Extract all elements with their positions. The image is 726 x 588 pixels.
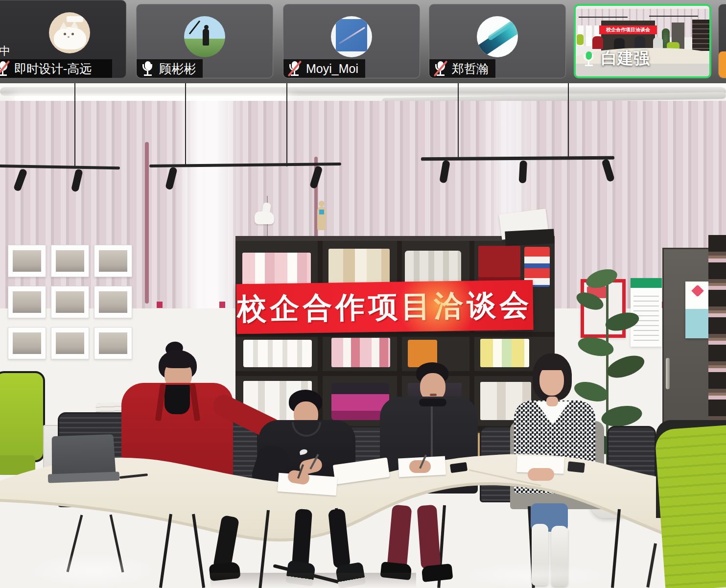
laptop-screen (52, 434, 116, 477)
participant-filmstrip: 刘中 即时设计-高远 顾彬彬 (0, 0, 726, 83)
participant-name-bar: 郑哲瀚 (429, 59, 495, 78)
cat-eye (64, 33, 66, 35)
avatar-blue-square (331, 16, 372, 57)
cat-nose (68, 36, 70, 38)
cat-ear (70, 21, 78, 28)
participant-tile-3[interactable]: Moyi_Moi (283, 4, 420, 78)
main-video-feed[interactable]: 校企合作项目洽谈会 (0, 83, 726, 588)
participant-name-bar: 即时设计-高远 (0, 59, 112, 78)
mini-green-chair (577, 34, 584, 45)
participant-name-bar: 顾彬彬 (137, 59, 203, 78)
green-chair-right-mesh (655, 424, 726, 588)
participant-tile-active[interactable]: 校企合作项目洽谈会 白建强 (574, 4, 711, 78)
mic-muted-icon (0, 60, 10, 77)
participant-name: 郑哲瀚 (452, 61, 489, 77)
cat-eye (71, 33, 74, 35)
mic-muted-icon (433, 60, 448, 77)
meeting-window: 刘中 即时设计-高远 顾彬彬 (0, 0, 726, 588)
mic-on-icon (141, 60, 155, 77)
participant-tile-6-partial[interactable] (718, 4, 726, 78)
mic-muted-icon (287, 60, 302, 77)
avatar-brushstroke (477, 16, 518, 57)
mini-banner-text: 校企合作项目洽谈会 (606, 26, 650, 33)
floor-reflection (460, 563, 607, 588)
avatar-golfer (184, 16, 225, 57)
participant-name: 即时设计-高远 (14, 61, 92, 77)
participant-tile-2[interactable]: 顾彬彬 (136, 4, 273, 78)
mini-bookshelf (692, 20, 709, 51)
avatar-cat (49, 12, 90, 53)
cat-body (54, 27, 86, 49)
active-speaker-name: 白建强 (582, 47, 650, 70)
golfer-silhouette (203, 29, 209, 46)
participant-name: Moyi_Moi (306, 62, 358, 76)
participant-tile-1[interactable]: 刘中 即时设计-高远 (0, 0, 126, 78)
person-4-hands (528, 468, 554, 481)
participant-name: 白建强 (601, 47, 650, 70)
golf-club (189, 21, 200, 35)
participant-name-bar: Moyi_Moi (283, 59, 365, 78)
person-3-shoe (421, 564, 453, 582)
mic-active-icon (582, 50, 596, 67)
mini-track-light (649, 16, 698, 17)
photo-sticker (67, 16, 83, 22)
golfer-head (204, 25, 209, 29)
overlay-text-fragment: 刘中 (0, 44, 10, 59)
participant-name: 顾彬彬 (159, 61, 196, 77)
floor-reflection (29, 553, 157, 588)
smartphone (567, 461, 585, 472)
mini-track-light (579, 17, 628, 18)
mini-banner: 校企合作项目洽谈会 (599, 25, 657, 34)
avatar-orange-fragment (719, 51, 726, 78)
floor-shadow (211, 573, 416, 588)
participant-tile-4[interactable]: 郑哲瀚 (429, 4, 566, 78)
cat-ear (60, 22, 68, 29)
